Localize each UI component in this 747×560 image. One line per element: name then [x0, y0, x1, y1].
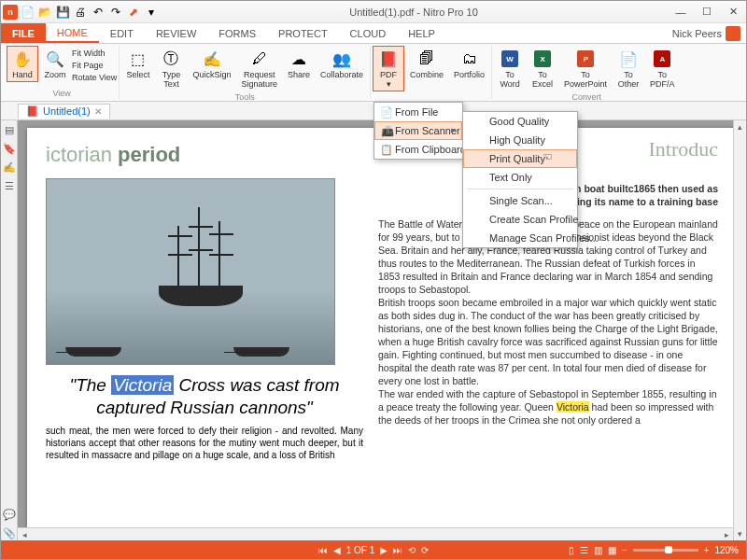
sidebar-comments-icon[interactable]: 💬	[3, 509, 16, 522]
share-button[interactable]: ☁Share	[283, 46, 315, 82]
combine-button[interactable]: 🗐Combine	[405, 46, 448, 82]
document-tab[interactable]: 📕 Untitled(1) ✕	[18, 104, 110, 119]
sidebar-signatures-icon[interactable]: ✍	[3, 161, 16, 175]
zoom-out-icon[interactable]: −	[622, 545, 627, 555]
nav-first-icon[interactable]: ⏮	[318, 545, 328, 555]
file-icon: 📄	[380, 106, 393, 119]
menu-text-only[interactable]: Text Only	[463, 168, 577, 187]
view-continuous-icon[interactable]: ☰	[580, 545, 588, 555]
zoom-level[interactable]: 120%	[714, 545, 739, 555]
doc-body-col1: such meat, the men were forced to defy t…	[46, 425, 363, 461]
portfolio-button[interactable]: 🗂Portfolio	[449, 46, 489, 82]
tab-help[interactable]: HELP	[397, 23, 446, 43]
avatar[interactable]	[726, 26, 740, 41]
to-powerpoint-button[interactable]: PTo PowerPoint	[559, 46, 612, 91]
qat-redo-icon[interactable]: ↷	[107, 4, 124, 21]
tab-forms[interactable]: FORMS	[207, 23, 267, 43]
tab-file[interactable]: FILE	[1, 23, 46, 43]
select-button[interactable]: ⬚Select	[121, 46, 154, 82]
user-name[interactable]: Nick Peers	[672, 28, 722, 39]
rotate-view-button[interactable]: Rotate View	[72, 72, 117, 84]
sidebar-bookmarks-icon[interactable]: 🔖	[3, 143, 16, 156]
group-view-label: View	[53, 88, 71, 99]
zoom-slider[interactable]	[633, 549, 698, 552]
collaborate-button[interactable]: 👥Collaborate	[316, 46, 368, 82]
view-facing-icon[interactable]: ▥	[594, 545, 602, 555]
fit-width-button[interactable]: Fit Width	[72, 48, 117, 60]
doc-paragraph-3: The war ended with the capture of Sebast…	[378, 387, 718, 427]
qat-save-icon[interactable]: 💾	[54, 4, 71, 21]
scanner-submenu: Good Quality High Quality Print Quality …	[462, 111, 578, 248]
hand-button[interactable]: ✋Hand	[7, 46, 38, 82]
doc-heading: ictorian period	[46, 143, 363, 167]
status-bar: ⏮ ◀ 1 OF 1 ▶ ⏭ ⟲ ⟳ ▯ ☰ ▥ ▦ − + 120%	[1, 540, 746, 559]
qat-pointer-icon[interactable]: ⬈	[125, 4, 142, 21]
nav-last-icon[interactable]: ⏭	[393, 545, 402, 555]
menu-create-profile[interactable]: Create Scan Profile...	[463, 210, 577, 229]
close-tab-icon[interactable]: ✕	[94, 106, 102, 117]
nav-prev-view-icon[interactable]: ⟲	[408, 545, 416, 555]
qat-undo-icon[interactable]: ↶	[90, 4, 106, 21]
zoom-icon: 🔍	[45, 49, 65, 69]
zoom-button[interactable]: 🔍Zoom	[39, 46, 71, 82]
to-other-button[interactable]: 📄To Other	[613, 46, 644, 91]
view-facing-cont-icon[interactable]: ▦	[608, 545, 616, 555]
maximize-button[interactable]: ☐	[694, 2, 720, 22]
other-icon: 📄	[618, 49, 639, 69]
tab-home[interactable]: HOME	[46, 23, 99, 43]
to-pdfa-button[interactable]: ATo PDF/A	[645, 46, 680, 91]
doc-icon: 📕	[26, 105, 39, 118]
minimize-button[interactable]: —	[668, 2, 694, 22]
pdf-button[interactable]: 📕PDF▾	[373, 46, 404, 91]
clipboard-icon: 📋	[380, 144, 393, 156]
menu-high-quality[interactable]: High Quality	[463, 131, 577, 149]
to-word-button[interactable]: WTo Word	[494, 46, 526, 91]
pdfa-icon: A	[652, 49, 672, 69]
sidebar-layers-icon[interactable]: ☰	[3, 180, 16, 193]
tab-edit[interactable]: EDIT	[99, 23, 145, 43]
close-button[interactable]: ✕	[720, 2, 746, 22]
menu-from-clipboard[interactable]: 📋From Clipboard	[374, 140, 462, 159]
menu-good-quality[interactable]: Good Quality	[463, 112, 577, 131]
menu-from-scanner[interactable]: 📠From Scanner	[374, 121, 462, 140]
document-viewport[interactable]: ictorian period "The Victoria Cross was …	[18, 120, 746, 540]
nav-next-icon[interactable]: ▶	[380, 545, 388, 555]
to-excel-button[interactable]: XTo Excel	[527, 46, 558, 91]
pdf-dropdown: 📄From File 📠From Scanner 📋From Clipboard	[374, 102, 463, 160]
page-indicator: 1 OF 1	[346, 545, 375, 555]
select-icon: ⬚	[128, 49, 148, 69]
collab-icon: 👥	[331, 49, 352, 69]
nav-sidebar: ▤ 🔖 ✍ ☰ 💬 📎	[1, 120, 18, 540]
quicksign-button[interactable]: ✍QuickSign	[188, 46, 235, 82]
menu-single-scan[interactable]: Single Scan...	[463, 191, 577, 210]
menu-manage-profiles[interactable]: Manage Scan Profiles...	[463, 229, 577, 247]
sidebar-pages-icon[interactable]: ▤	[3, 124, 16, 137]
nav-prev-icon[interactable]: ◀	[333, 545, 341, 555]
nav-next-view-icon[interactable]: ⟳	[421, 545, 429, 555]
horizontal-scrollbar[interactable]: ◂▸	[18, 527, 733, 540]
request-signature-button[interactable]: 🖊Request Signature	[236, 46, 282, 91]
tab-cloud[interactable]: CLOUD	[339, 23, 398, 43]
sidebar-attachments-icon[interactable]: 📎	[3, 527, 16, 540]
combine-icon: 🗐	[416, 49, 437, 69]
zoom-in-icon[interactable]: +	[704, 545, 710, 555]
type-text-button[interactable]: ⓉType Text	[155, 46, 187, 91]
qat-open-icon[interactable]: 📂	[36, 4, 53, 21]
view-single-icon[interactable]: ▯	[569, 545, 574, 555]
qat-more-icon[interactable]: ▾	[143, 4, 160, 21]
hand-icon: ✋	[12, 49, 33, 69]
vertical-scrollbar[interactable]: ▴▾	[733, 120, 746, 540]
menu-print-quality[interactable]: Print Quality	[463, 149, 577, 168]
menu-from-file[interactable]: 📄From File	[374, 103, 462, 121]
powerpoint-icon: P	[575, 49, 596, 69]
portfolio-icon: 🗂	[459, 49, 480, 69]
page: ictorian period "The Victoria Cross was …	[27, 128, 737, 539]
fit-page-button[interactable]: Fit Page	[72, 60, 117, 72]
doc-tab-label: Untitled(1)	[43, 105, 91, 117]
tab-review[interactable]: REVIEW	[145, 23, 207, 43]
doc-paragraph-2: British troops soon became embroiled in …	[378, 296, 718, 387]
qat-print-icon[interactable]: 🖨	[72, 4, 89, 21]
tab-protect[interactable]: PROTECT	[267, 23, 339, 43]
qat-new-icon[interactable]: 📄	[19, 4, 35, 21]
highlight-yellow: Victoria	[557, 401, 589, 413]
